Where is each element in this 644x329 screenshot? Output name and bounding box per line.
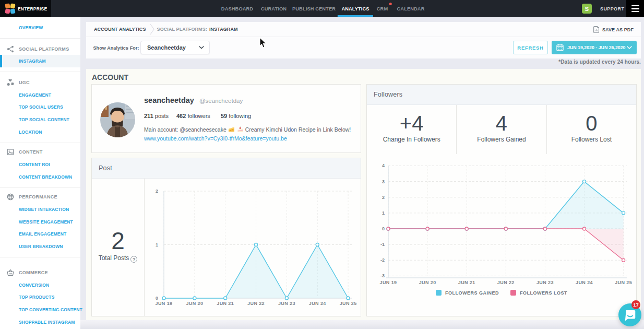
sidebar-item-website-engagement[interactable]: WEBSITE ENGAGEMENT	[0, 216, 80, 228]
sidebar-item-label: USER BREAKDOWN	[19, 244, 63, 249]
followers-count: 462	[176, 113, 186, 119]
post-card-header: Post	[92, 158, 361, 179]
svg-text:-3: -3	[380, 273, 385, 278]
legend-item-followers-lost: FOLLOWERS LOST	[510, 290, 567, 296]
account-handle: @seancheetday	[199, 98, 243, 104]
post-card: Post 2 Total Posts? 012JUN 19JUN 20JUN 2…	[91, 158, 361, 316]
hamburger-menu-icon[interactable]	[626, 0, 644, 17]
sidebar-item-content-roi[interactable]: CONTENT ROI	[0, 158, 80, 171]
followers-stat-followers-lost: 0Followers Lost	[547, 105, 636, 154]
show-analytics-for-label: Show Analytics For:	[93, 37, 139, 58]
top-navigation-bar: ENTERPRISE DASHBOARDCURATIONPUBLISH CENT…	[0, 0, 644, 17]
account-link[interactable]: www.youtube.com/watch?v=Cy3I0-tfrMo&feat…	[144, 135, 287, 142]
stat-label: Followers Gained	[477, 136, 526, 143]
sidebar-item-label: CONVERSION	[19, 283, 49, 288]
status-badge[interactable]: S	[582, 4, 592, 14]
sidebar-item-user-breakdown[interactable]: USER BREAKDOWN	[0, 240, 80, 253]
following-label: following	[229, 113, 251, 119]
sidebar-header-label: PERFORMANCE	[19, 194, 57, 199]
nav-item-label: CURATION	[261, 6, 287, 11]
bottom-strip	[80, 320, 644, 329]
followers-stat-followers-gained: 4Followers Gained	[457, 105, 546, 154]
sidebar-header-ugc: UGC	[0, 76, 80, 89]
legend-label: FOLLOWERS LOST	[520, 290, 567, 296]
svg-text:JUN 20: JUN 20	[419, 280, 436, 285]
legend-swatch	[436, 290, 442, 296]
total-posts-label: Total Posts?	[92, 254, 144, 263]
shapes-icon	[7, 79, 14, 86]
sidebar-item-shoppable-instagram[interactable]: SHOPPABLE INSTAGRAM	[0, 316, 80, 328]
controls-bar: Show Analytics For: Seancheetday REFRESH…	[86, 37, 641, 58]
help-icon[interactable]: ?	[130, 256, 137, 263]
page-title: ACCOUNT	[92, 73, 128, 81]
svg-text:0: 0	[156, 296, 158, 301]
sidebar-section-performance: PERFORMANCEWIDGET INTERACTIONWEBSITE ENG…	[0, 188, 80, 257]
chat-unread-badge: 17	[631, 300, 640, 309]
sidebar-item-instagram[interactable]: INSTAGRAM	[0, 55, 80, 67]
breadcrumb-current: INSTAGRAM	[209, 27, 238, 32]
share-icon	[7, 45, 14, 53]
sidebar-item-email-engagement[interactable]: EMAIL ENGAGEMENT	[0, 228, 80, 241]
followers-stat-change-in-followers: +4Change In Followers	[367, 105, 457, 154]
sidebar-item-label: TOP PRODUCTS	[19, 295, 54, 300]
bio-text-before: Main account: @seancheesecake	[144, 126, 226, 133]
nav-item-calendar[interactable]: CALENDAR	[391, 0, 430, 17]
sidebar-item-label: ENGAGEMENT	[19, 92, 51, 98]
data-update-note: *Data is updated every 24 hours.	[558, 59, 641, 65]
sidebar-item-engagement[interactable]: ENGAGEMENT	[0, 89, 80, 101]
refresh-button[interactable]: REFRESH	[513, 41, 548, 54]
date-range-label: JUN 19,2020 - JUN 26,2020	[567, 45, 626, 50]
legend-swatch	[510, 290, 516, 296]
avatar-photo	[100, 102, 135, 137]
nav-item-crm[interactable]: CRM	[371, 0, 393, 17]
posts-label: posts	[155, 113, 169, 119]
sidebar-section-content: CONTENTCONTENT ROICONTENT BREAKDOWN	[0, 143, 80, 188]
svg-text:2: 2	[382, 195, 385, 200]
posts-chart: 012JUN 19JUN 20JUN 21JUN 22JUN 23JUN 24J…	[145, 179, 361, 316]
nav-item-analytics[interactable]: ANALYTICS	[336, 0, 375, 17]
account-name-row: seancheetday @seancheetday	[144, 96, 243, 104]
active-tab-underline	[338, 15, 373, 17]
sidebar-item-overview[interactable]: OVERVIEW	[0, 21, 80, 34]
account-name: seancheetday	[144, 96, 194, 104]
svg-text:-1: -1	[380, 242, 385, 247]
sidebar-header-label: CONTENT	[19, 149, 43, 155]
breadcrumb-parent[interactable]: ACCOUNT ANALYTICS	[94, 27, 146, 32]
sidebar-item-top-converting-content[interactable]: TOP CONVERTING CONTENT	[0, 303, 80, 316]
account-select-dropdown[interactable]: Seancheetday	[140, 41, 210, 54]
sidebar-item-top-social-content[interactable]: TOP SOCIAL CONTENT	[0, 113, 80, 126]
top-nav-menu: DASHBOARDCURATIONPUBLISH CENTERANALYTICS…	[0, 0, 644, 17]
sidebar-item-content-breakdown[interactable]: CONTENT BREAKDOWN	[0, 171, 80, 183]
save-as-pdf-button[interactable]: SAVE AS PDF	[593, 22, 634, 37]
support-link[interactable]: SUPPORT	[600, 0, 624, 17]
stat-label: Change In Followers	[383, 136, 440, 143]
sidebar-navigation: OVERVIEWSOCIAL PLATFORMSINSTAGRAMUGCENGA…	[0, 17, 80, 329]
following-count: 59	[221, 113, 227, 119]
chevron-down-icon	[627, 46, 632, 49]
sidebar-item-widget-interaction[interactable]: WIDGET INTERACTION	[0, 203, 80, 216]
account-stats: 211 posts 462 followers 59 following	[144, 113, 353, 120]
svg-text:2: 2	[156, 189, 158, 194]
account-bio: Main account: @seancheesecake Creamy Kim…	[144, 126, 351, 133]
svg-text:JUN 21: JUN 21	[458, 280, 475, 285]
svg-text:JUN 19: JUN 19	[380, 280, 397, 285]
calendar-icon	[556, 44, 564, 51]
main-content: ACCOUNT seancheetday @seancheetday 21	[86, 69, 641, 320]
basket-icon	[7, 269, 14, 276]
sidebar-header-commerce: COMMERCE	[0, 266, 80, 279]
nav-item-publish-center[interactable]: PUBLISH CENTER	[287, 0, 341, 17]
nav-item-dashboard[interactable]: DASHBOARD	[216, 0, 258, 17]
globe-icon	[7, 193, 14, 201]
sidebar-item-conversion[interactable]: CONVERSION	[0, 279, 80, 291]
following-stat: 59 following	[221, 113, 251, 119]
sidebar-item-label: LOCATION	[19, 130, 42, 135]
burger-bar	[631, 11, 639, 12]
breadcrumb-chevron-icon	[150, 23, 154, 36]
sidebar-item-label: CONTENT ROI	[19, 162, 50, 167]
chevron-down-icon	[199, 46, 204, 49]
sidebar-item-top-social-users[interactable]: TOP SOCIAL USERS	[0, 101, 80, 113]
sidebar-item-location[interactable]: LOCATION	[0, 126, 80, 138]
svg-text:JUN 20: JUN 20	[186, 301, 203, 306]
date-range-button[interactable]: JUN 19,2020 - JUN 26,2020	[552, 41, 637, 54]
sidebar-item-top-products[interactable]: TOP PRODUCTS	[0, 291, 80, 303]
